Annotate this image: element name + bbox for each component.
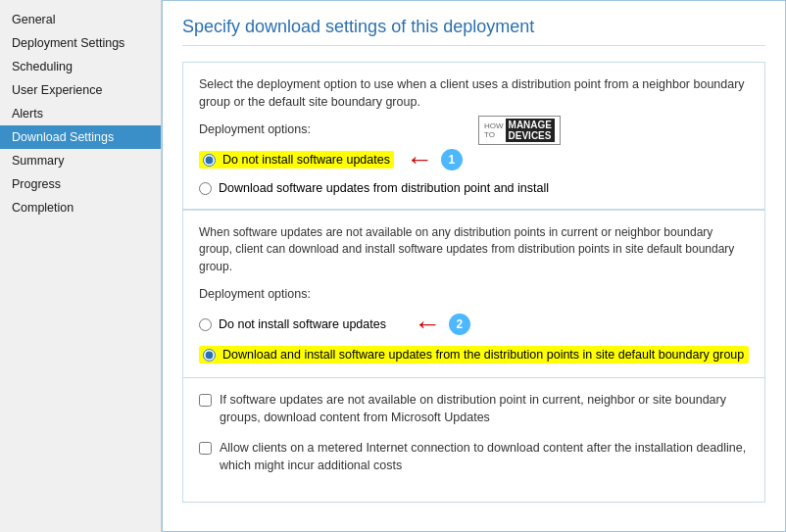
section1-annotation: ← 1 [406, 146, 463, 173]
checkbox-section: If software updates are not available on… [182, 378, 765, 503]
checkbox-item2: Allow clients on a metered Internet conn… [199, 440, 749, 474]
section1-options-label: Deployment options: [199, 122, 749, 136]
section2-arrow: ← [414, 311, 441, 338]
section1-badge: 1 [441, 149, 463, 170]
section2-radio2[interactable] [203, 349, 216, 362]
section1-radio2-label: Download software updates from distribut… [219, 181, 549, 195]
section2-radio1[interactable] [199, 318, 212, 331]
checkbox1[interactable] [199, 394, 212, 407]
checkbox2-label: Allow clients on a metered Internet conn… [220, 440, 749, 474]
section1-radio1[interactable] [203, 154, 216, 167]
sidebar-item-general[interactable]: General [0, 8, 161, 31]
section1-radio2[interactable] [199, 182, 212, 195]
section2-radio-group: Do not install software updates ← 2 Down… [199, 311, 749, 363]
section2-radio-row1: Do not install software updates ← 2 [199, 311, 749, 338]
main-content: Specify download settings of this deploy… [162, 0, 786, 532]
section2-desc: When software updates are not available … [199, 224, 749, 275]
section1-arrow: ← [406, 146, 433, 173]
section2-annotation: ← 2 [414, 311, 470, 338]
section1-radio-group: Do not install software updates ← 1 Down… [199, 146, 749, 195]
checkbox2[interactable] [199, 442, 212, 455]
section1-radio-item2: Download software updates from distribut… [199, 181, 749, 195]
section2-radio-item2: Download and install software updates fr… [199, 346, 749, 363]
page-title: Specify download settings of this deploy… [182, 17, 765, 46]
sidebar-item-download-settings[interactable]: Download Settings [0, 125, 161, 149]
section1-radio1-label: Do not install software updates [222, 153, 390, 167]
sidebar-item-deployment-settings[interactable]: Deployment Settings [0, 31, 161, 55]
checkbox-item1: If software updates are not available on… [199, 392, 749, 426]
section2-radio2-label: Download and install software updates fr… [222, 348, 744, 362]
sidebar-item-user-experience[interactable]: User Experience [0, 78, 161, 102]
sidebar-item-scheduling[interactable]: Scheduling [0, 55, 161, 78]
watermark-manage: MANAGEDEVICES [506, 119, 555, 142]
section1-desc: Select the deployment option to use when… [199, 76, 749, 111]
section2-badge: 2 [449, 314, 470, 335]
section2-options-label: Deployment options: [199, 287, 749, 301]
sidebar-item-summary[interactable]: Summary [0, 149, 161, 172]
watermark-how: HOWTO [484, 121, 504, 139]
sidebar-item-alerts[interactable]: Alerts [0, 102, 161, 125]
section1-radio-item1: Do not install software updates [199, 151, 394, 169]
sidebar-item-completion[interactable]: Completion [0, 196, 161, 219]
section2-radio1-label: Do not install software updates [219, 317, 386, 331]
section1-radio-row1: Do not install software updates ← 1 [199, 146, 749, 173]
checkbox1-label: If software updates are not available on… [220, 392, 749, 426]
section1-box: Select the deployment option to use when… [182, 62, 765, 210]
sidebar-item-progress[interactable]: Progress [0, 172, 161, 196]
watermark: HOWTO MANAGEDEVICES [478, 116, 561, 145]
section2-box: When software updates are not available … [182, 210, 765, 378]
section2-radio-item1: Do not install software updates [199, 317, 386, 331]
sidebar: General Deployment Settings Scheduling U… [0, 0, 162, 532]
